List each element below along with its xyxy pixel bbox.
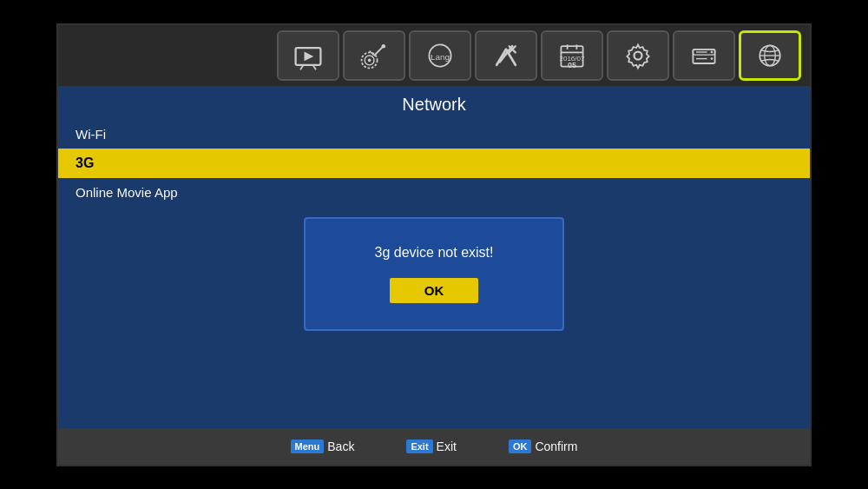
svg-point-8: [382, 43, 386, 48]
dialog-ok-button[interactable]: OK: [390, 278, 479, 303]
svg-point-23: [635, 51, 642, 59]
svg-point-27: [711, 57, 713, 60]
page-title: Network: [58, 86, 810, 120]
icon-bar: Lang 2016/07 05: [58, 25, 810, 86]
dialog-message: 3g device not exist!: [375, 245, 494, 261]
menu-key: Menu: [291, 439, 325, 453]
language-nav-button[interactable]: Lang: [409, 30, 471, 81]
dialog-box: 3g device not exist! OK: [304, 217, 564, 331]
svg-point-6: [368, 58, 372, 62]
svg-marker-3: [305, 51, 314, 61]
exit-label: Exit: [437, 439, 457, 453]
network-nav-button[interactable]: [739, 30, 801, 81]
exit-item: Exit Exit: [406, 439, 457, 453]
menu-back-item: Menu Back: [291, 439, 355, 453]
main-content: Wi-Fi 3G Online Movie App 3g device not …: [58, 120, 810, 428]
exit-key: Exit: [406, 439, 432, 453]
svg-line-7: [374, 46, 384, 56]
screen: Lang 2016/07 05: [56, 23, 812, 466]
settings-nav-button[interactable]: [607, 30, 669, 81]
tv-nav-button[interactable]: [277, 30, 339, 81]
dialog-overlay: 3g device not exist! OK: [58, 120, 810, 428]
calendar-nav-button[interactable]: 2016/07 05: [541, 30, 603, 81]
svg-text:05: 05: [568, 60, 576, 69]
tools-nav-button[interactable]: [475, 30, 537, 81]
back-label: Back: [327, 439, 354, 453]
bottom-bar: Menu Back Exit Exit OK Confirm: [58, 428, 810, 465]
confirm-label: Confirm: [535, 439, 577, 453]
svg-point-26: [711, 50, 713, 53]
ok-key: OK: [509, 439, 532, 453]
ok-confirm-item: OK Confirm: [509, 439, 578, 453]
svg-text:Lang: Lang: [431, 51, 450, 61]
satellite-nav-button[interactable]: [343, 30, 405, 81]
storage-nav-button[interactable]: [673, 30, 735, 81]
